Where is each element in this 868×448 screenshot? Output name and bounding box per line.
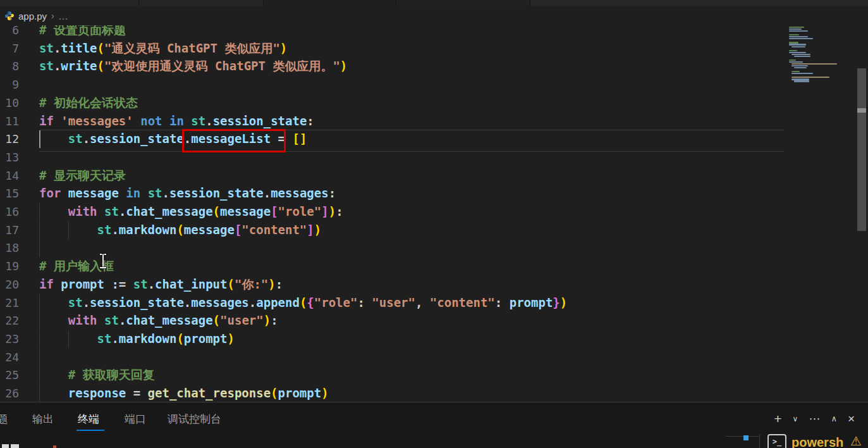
more-actions-button[interactable]: ⋯ xyxy=(809,410,820,428)
code-line[interactable]: 20if prompt := st.chat_input("你:"): xyxy=(0,275,787,294)
code-line[interactable]: 12 st.session_state.messageList = [] xyxy=(0,130,787,148)
maximize-panel-button[interactable]: ∧ xyxy=(831,410,837,428)
breadcrumb-symbol-ellipsis[interactable]: ... xyxy=(59,11,69,22)
scrollbar-position-marker xyxy=(857,108,866,113)
terminal-text-fragment xyxy=(53,445,56,448)
code-line[interactable]: 24 xyxy=(0,348,787,366)
current-line-border-bottom xyxy=(39,151,784,152)
minimap-line xyxy=(792,46,805,47)
minimap-line xyxy=(789,59,796,61)
minimap-line xyxy=(792,65,808,66)
minimap-line xyxy=(789,44,806,45)
editor-tab-ghost[interactable] xyxy=(139,0,263,6)
code-text: st.title("通义灵码 ChatGPT 类似应用") xyxy=(39,39,287,58)
code-line[interactable]: 16 with st.chat_message(message["role"])… xyxy=(0,202,787,221)
new-terminal-button[interactable]: + xyxy=(774,410,781,428)
editor-tab-ghost[interactable] xyxy=(396,0,530,6)
vertical-scrollbar-thumb[interactable] xyxy=(857,68,866,231)
code-line[interactable]: 19# 用户输入框 xyxy=(0,257,787,275)
minimap[interactable] xyxy=(787,25,854,101)
code-text: if prompt := st.chat_input("你:"): xyxy=(39,275,283,294)
minimap-line xyxy=(792,63,837,65)
line-number: 21 xyxy=(0,294,19,312)
line-number: 25 xyxy=(0,366,19,384)
line-number: 9 xyxy=(0,75,19,94)
python-file-icon xyxy=(4,11,15,21)
terminal-name[interactable]: powersh xyxy=(792,435,843,448)
code-line[interactable]: 22 with st.chat_message("user"): xyxy=(0,311,787,330)
terminal-text-fragment xyxy=(2,444,9,448)
line-number: 17 xyxy=(0,221,19,239)
minimap-line xyxy=(789,36,808,37)
code-line[interactable]: 23 st.markdown(prompt) xyxy=(0,330,787,348)
code-text: st.session_state.messages.append({"role"… xyxy=(39,294,567,312)
code-text: st.markdown(message["content"]) xyxy=(39,221,321,239)
code-line[interactable]: 9 xyxy=(0,75,787,94)
warning-icon[interactable]: ⚠ xyxy=(850,433,862,448)
code-text: # 初始化会话状态 xyxy=(39,94,138,112)
line-number: 20 xyxy=(0,275,19,294)
line-number: 11 xyxy=(0,112,19,130)
minimap-line xyxy=(792,73,813,74)
mouse-ibeam-cursor xyxy=(99,254,107,268)
code-line[interactable]: 8st.write("欢迎使用通义灵码 ChatGPT 类似应用。") xyxy=(0,57,787,75)
terminal-sash xyxy=(726,436,759,437)
terminal-text-fragment xyxy=(11,444,19,448)
line-number: 19 xyxy=(0,257,19,275)
code-line[interactable]: 14# 显示聊天记录 xyxy=(0,166,787,185)
minimap-line xyxy=(792,78,809,80)
breadcrumb: app.py › ... xyxy=(0,6,868,25)
code-line[interactable]: 15for message in st.session_state.messag… xyxy=(0,184,787,202)
panel-tab-1[interactable]: 问题 xyxy=(0,411,8,428)
minimap-line xyxy=(789,38,813,39)
code-line[interactable]: 11if 'messages' not in st.session_state: xyxy=(0,112,787,130)
minimap-line xyxy=(789,28,802,30)
line-number: 18 xyxy=(0,239,19,257)
breadcrumb-file[interactable]: app.py xyxy=(18,11,47,22)
line-number: 7 xyxy=(0,39,19,58)
line-number: 23 xyxy=(0,330,19,348)
code-line[interactable]: 10# 初始化会话状态 xyxy=(0,94,787,112)
panel-tab-4[interactable]: 端口 xyxy=(125,411,146,428)
editor-tab-strip xyxy=(0,0,868,6)
panel-tab-5[interactable]: 调试控制台 xyxy=(168,411,221,428)
terminal-icon: >_ xyxy=(767,434,786,448)
indent-guide xyxy=(39,349,40,366)
code-text: for message in st.session_state.messages… xyxy=(39,184,336,202)
line-number: 12 xyxy=(0,130,19,148)
minimap-line xyxy=(789,61,803,63)
line-number: 13 xyxy=(0,148,19,166)
minimap-line xyxy=(794,56,810,57)
code-text: # 显示聊天记录 xyxy=(39,166,126,185)
line-number: 8 xyxy=(0,57,19,75)
minimap-line xyxy=(792,71,800,72)
minimap-line xyxy=(789,34,799,35)
minimap-line xyxy=(789,42,798,43)
code-text: if 'messages' not in st.session_state: xyxy=(39,112,314,130)
code-line[interactable]: 25 # 获取聊天回复 xyxy=(0,366,787,384)
minimap-line xyxy=(789,30,808,32)
bottom-panel: 问题输出终端端口调试控制台 +∨⋯∧× xyxy=(0,402,868,448)
code-line[interactable]: 26 response = get_chat_response(prompt) xyxy=(0,384,787,402)
minimap-line xyxy=(789,50,797,51)
close-panel-button[interactable]: × xyxy=(848,410,855,428)
code-line[interactable]: 7st.title("通义灵码 ChatGPT 类似应用") xyxy=(0,39,787,58)
editor-tab-ghost-active[interactable] xyxy=(264,0,396,6)
terminal-selection-square xyxy=(743,435,749,440)
panel-tab-2[interactable]: 输出 xyxy=(32,411,54,428)
minimap-line xyxy=(789,27,804,28)
panel-tab-3[interactable]: 终端 xyxy=(78,411,99,428)
code-text: with st.chat_message(message["role"]): xyxy=(39,202,343,221)
launch-profile-chevron[interactable]: ∨ xyxy=(793,410,798,428)
code-line[interactable]: 21 st.session_state.messages.append({"ro… xyxy=(0,294,787,312)
breadcrumb-chevron-icon: › xyxy=(51,11,54,21)
code-text: st.markdown(prompt) xyxy=(39,330,235,348)
minimap-line xyxy=(792,54,810,55)
editor-tab-ghost[interactable] xyxy=(0,0,138,6)
minimap-line xyxy=(792,77,829,78)
code-text: st.write("欢迎使用通义灵码 ChatGPT 类似应用。") xyxy=(39,57,347,75)
code-line[interactable]: 18 xyxy=(0,239,787,257)
line-number: 22 xyxy=(0,311,19,330)
code-line[interactable]: 17 st.markdown(message["content"]) xyxy=(0,221,787,239)
panel-actions: +∨⋯∧× xyxy=(774,410,855,428)
